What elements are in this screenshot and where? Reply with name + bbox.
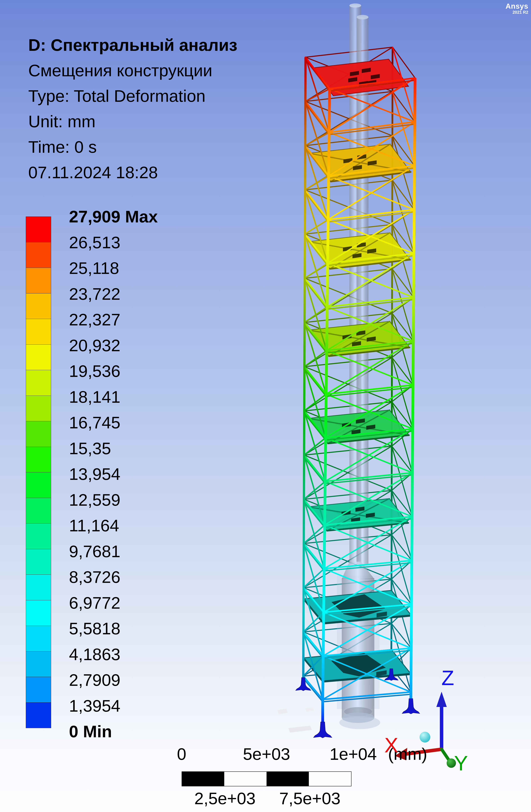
legend-band <box>26 345 51 370</box>
legend-value: 16,745 <box>69 414 120 431</box>
legend-value: 25,118 <box>69 260 119 277</box>
legend-value: 18,141 <box>69 388 120 406</box>
legend-color-bar <box>26 217 51 728</box>
legend-value: 27,909 Max <box>69 208 158 226</box>
legend-band <box>26 549 51 575</box>
scale-tick-0: 0 <box>177 745 186 763</box>
legend-value: 23,722 <box>69 285 120 303</box>
result-name: Смещения конструкции <box>28 58 237 83</box>
legend-value: 11,164 <box>69 517 119 534</box>
legend-value: 12,559 <box>69 491 120 509</box>
legend-value: 19,536 <box>69 362 120 380</box>
legend-band <box>26 217 51 242</box>
legend-value: 13,954 <box>69 465 120 483</box>
legend-value: 1,3954 <box>69 697 120 714</box>
legend-value: 4,1863 <box>69 646 120 663</box>
legend-band <box>26 447 51 473</box>
legend-band <box>26 702 51 728</box>
analysis-title: D: Спектральный анализ <box>28 32 237 58</box>
legend-band <box>26 421 51 447</box>
legend-value: 0 Min <box>69 723 112 740</box>
scale-tick-10k: 1e+04 <box>330 745 377 763</box>
legend-value: 15,35 <box>69 440 111 457</box>
legend-value: 9,7681 <box>69 543 120 560</box>
legend-value: 8,3726 <box>69 568 120 586</box>
legend-band <box>26 242 51 268</box>
result-time: Time: 0 s <box>28 134 237 160</box>
result-type: Type: Total Deformation <box>28 83 237 109</box>
ansys-logo-text: Ansys <box>505 2 528 10</box>
scalebar-segment <box>267 772 309 786</box>
legend-band <box>26 600 51 626</box>
legend-band <box>26 651 51 677</box>
legend-band <box>26 370 51 396</box>
axis-z-label: Z <box>438 667 458 688</box>
legend-value: 20,932 <box>69 337 120 354</box>
legend-band <box>26 396 51 421</box>
scale-tick-2-5k: 2,5e+03 <box>194 790 255 807</box>
scale-tick-7-5k: 7,5e+03 <box>279 790 340 807</box>
legend-band <box>26 677 51 702</box>
ansys-viewport[interactable]: D: Спектральный анализ Смещения конструк… <box>0 0 531 812</box>
legend-band <box>26 268 51 293</box>
legend-value: 5,5818 <box>69 620 120 637</box>
scalebar-segment <box>224 772 267 786</box>
legend-band <box>26 472 51 498</box>
legend-band <box>26 498 51 524</box>
ansys-logo: Ansys 2021 R2 <box>505 2 528 14</box>
scalebar-segment <box>309 772 351 786</box>
scalebar-segment <box>182 772 224 786</box>
scale-bar <box>182 771 352 786</box>
result-datetime: 07.11.2024 18:28 <box>28 160 237 185</box>
result-unit: Unit: mm <box>28 109 237 134</box>
scale-tick-5k: 5e+03 <box>243 745 290 763</box>
legend-value: 22,327 <box>69 311 120 328</box>
legend-value: 26,513 <box>69 234 120 251</box>
axis-x-label: X <box>381 735 402 755</box>
result-title-block: D: Спектральный анализ Смещения конструк… <box>28 32 237 185</box>
legend-band <box>26 626 51 651</box>
axis-y-label: Y <box>451 753 471 773</box>
legend-band <box>26 523 51 549</box>
legend-value: 2,7909 <box>69 671 120 689</box>
legend-band <box>26 575 51 600</box>
legend-value: 6,9772 <box>69 594 120 612</box>
ansys-version: 2021 R2 <box>505 10 528 14</box>
legend-band <box>26 293 51 319</box>
legend-band <box>26 319 51 345</box>
